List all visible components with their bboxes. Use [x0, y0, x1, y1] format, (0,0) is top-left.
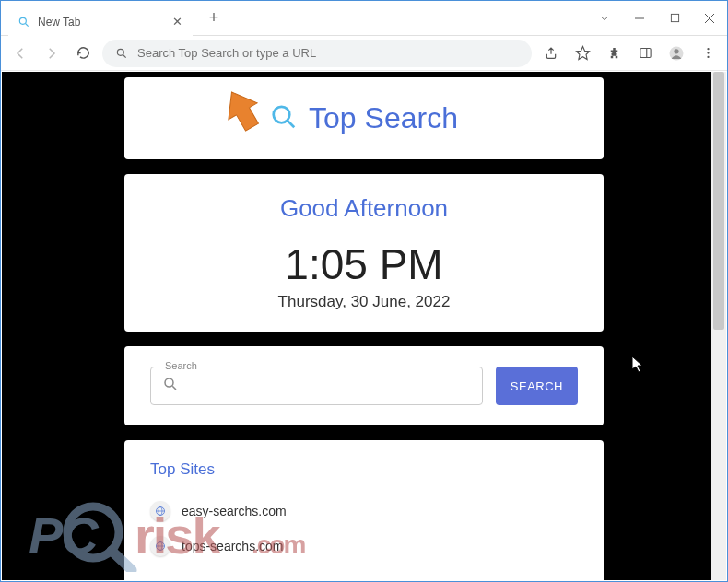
- minimize-button[interactable]: [626, 5, 653, 32]
- search-field[interactable]: Search: [150, 367, 483, 405]
- svg-line-19: [172, 386, 176, 390]
- time-text: 1:05 PM: [150, 239, 578, 289]
- reload-button[interactable]: [71, 41, 95, 65]
- search-icon: [270, 103, 298, 134]
- scrollbar[interactable]: [711, 72, 726, 580]
- toolbar: [1, 36, 727, 71]
- chevron-down-icon[interactable]: [591, 5, 618, 32]
- svg-line-7: [123, 54, 126, 57]
- greeting-text: Good Afternoon: [150, 194, 578, 223]
- topsites-card: Top Sites easy-searchs.com tops-searchs.…: [124, 440, 604, 580]
- back-button[interactable]: [8, 41, 32, 65]
- globe-icon: [150, 536, 170, 556]
- site-domain: tops-searchs.com: [182, 539, 283, 553]
- omnibox-input[interactable]: [137, 46, 519, 60]
- site-domain: easy-searchs.com: [182, 504, 287, 518]
- menu-icon[interactable]: [696, 41, 720, 65]
- scroll-thumb[interactable]: [713, 72, 724, 330]
- tab-title: New Tab: [38, 16, 80, 29]
- search-input[interactable]: [188, 378, 471, 393]
- globe-icon: [150, 501, 170, 521]
- close-window-button[interactable]: [696, 5, 723, 32]
- list-item[interactable]: tops-searchs.com: [150, 529, 578, 564]
- svg-point-0: [19, 17, 26, 24]
- search-icon: [162, 376, 179, 396]
- clock-card: Good Afternoon 1:05 PM Thursday, 30 June…: [124, 174, 604, 332]
- svg-marker-8: [576, 46, 589, 59]
- address-bar[interactable]: [102, 40, 532, 67]
- svg-line-17: [288, 121, 294, 127]
- date-text: Thursday, 30 June, 2022: [150, 293, 578, 311]
- search-button[interactable]: SEARCH: [496, 367, 578, 405]
- svg-point-15: [707, 56, 709, 58]
- forward-button[interactable]: [40, 41, 64, 65]
- topsites-title: Top Sites: [150, 460, 578, 479]
- close-icon[interactable]: ✕: [170, 16, 183, 29]
- share-icon[interactable]: [539, 41, 563, 65]
- page-viewport: Top Search Good Afternoon 1:05 PM Thursd…: [2, 72, 726, 580]
- maximize-button[interactable]: [661, 5, 688, 32]
- logo-card: Top Search: [124, 77, 604, 159]
- browser-tab[interactable]: New Tab ✕: [8, 8, 193, 36]
- logo-text: Top Search: [309, 101, 458, 135]
- sidepanel-icon[interactable]: [633, 41, 657, 65]
- search-icon: [18, 16, 30, 29]
- profile-icon[interactable]: [664, 41, 688, 65]
- svg-point-12: [674, 49, 678, 53]
- bookmark-icon[interactable]: [570, 41, 594, 65]
- titlebar: New Tab ✕ +: [1, 1, 727, 36]
- svg-point-14: [707, 52, 709, 53]
- svg-line-1: [26, 23, 29, 26]
- search-card: Search SEARCH: [124, 346, 604, 425]
- svg-rect-3: [671, 14, 678, 21]
- list-item[interactable]: easy-searchs.com: [150, 494, 578, 529]
- svg-point-13: [707, 48, 709, 50]
- search-icon: [115, 47, 128, 60]
- svg-point-18: [165, 378, 173, 387]
- window-controls: [591, 5, 727, 32]
- svg-rect-9: [640, 49, 650, 58]
- search-field-label: Search: [160, 360, 202, 371]
- new-tab-button[interactable]: +: [202, 6, 226, 30]
- svg-point-16: [274, 106, 290, 122]
- page-content: Top Search Good Afternoon 1:05 PM Thursd…: [124, 72, 604, 580]
- extensions-icon[interactable]: [602, 41, 626, 65]
- browser-window: New Tab ✕ +: [0, 0, 728, 582]
- svg-point-6: [117, 49, 123, 55]
